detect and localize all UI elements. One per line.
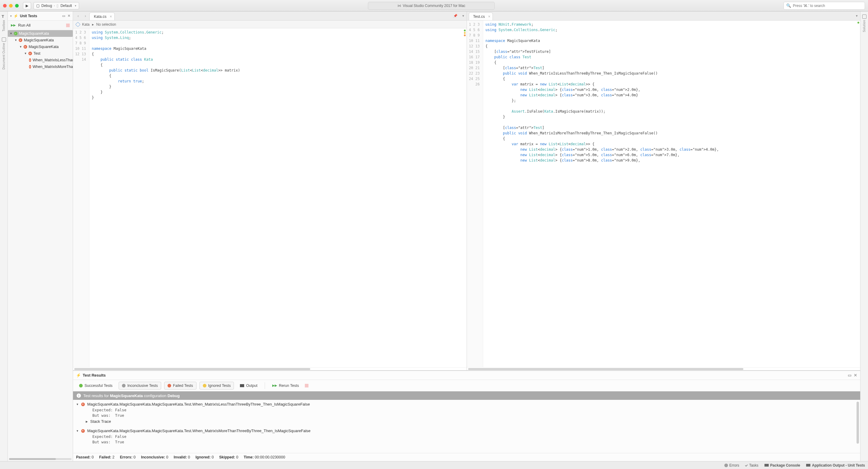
status-package-console[interactable]: Package Console <box>765 463 800 468</box>
summary-failed: Failed: 2 <box>99 455 114 459</box>
tab-test[interactable]: Test.cs × <box>469 12 493 20</box>
unit-tests-header: ▾ ⚡ Unit Tests ▭ ✕ <box>8 11 73 21</box>
code-text[interactable]: using NUnit.Framework; using System.Coll… <box>483 21 861 367</box>
tree-item-label: When_MatrixIsLessThanThreeByThree_Then_I… <box>33 58 73 62</box>
left-rail: T Toolbox Document Outline <box>0 11 8 461</box>
editor-left: ‹ › Kata.cs × 📌 ▾ Kata ▸ No selection <box>73 11 467 370</box>
filter-inconclusive[interactable]: Inconclusive Tests <box>119 382 161 389</box>
status-errors[interactable]: Errors <box>724 463 739 468</box>
disclosure-icon[interactable]: ▼ <box>24 52 27 55</box>
chevron-down-icon[interactable]: ▾ <box>10 14 12 18</box>
disclosure-icon[interactable]: ▼ <box>10 32 12 35</box>
tree-item-label: Test <box>33 51 40 56</box>
rail-doc-outline[interactable]: Document Outline <box>2 36 6 71</box>
tree-item[interactable]: ✕When_MatrixIsLessThanThreeByThree_Then_… <box>8 57 73 63</box>
test-results-banner: i Test results for MagicSquareKata confi… <box>73 391 860 400</box>
rail-toolbox-label: Toolbox <box>2 20 5 31</box>
close-panel-icon[interactable]: ✕ <box>68 14 70 18</box>
configuration-selector[interactable]: ▢ Debug › ▯ Default ▾ <box>33 2 79 9</box>
tree-item[interactable]: ▼✕Test <box>8 50 73 57</box>
editor-hscrollbar[interactable] <box>467 367 861 370</box>
disclosure-icon[interactable]: ▶ <box>86 420 88 423</box>
tree-item[interactable]: ▼✕MagicSquareKata <box>8 37 73 43</box>
dock-icon[interactable]: ▭ <box>62 14 65 18</box>
disclosure-icon[interactable]: ▼ <box>19 45 22 48</box>
tree-item[interactable]: ✕When_MatrixIsMoreThanThreeByThree_Then_… <box>8 63 73 70</box>
summary-invalid: Invalid: 0 <box>174 455 190 459</box>
type-icon <box>75 22 81 27</box>
stack-trace-toggle[interactable]: ▶Stack Trace <box>73 418 860 424</box>
tab-kata[interactable]: Kata.cs × <box>89 12 115 20</box>
chevron-down-icon[interactable]: ▾ <box>462 14 464 18</box>
output-icon <box>240 384 244 387</box>
chevron-down-icon[interactable]: ▾ <box>856 14 858 18</box>
minimize-window-button[interactable] <box>9 4 13 7</box>
status-app-output[interactable]: Application Output - Unit Tests <box>806 463 865 468</box>
filter-successful[interactable]: Successful Tests <box>76 382 116 389</box>
breadcrumb-left[interactable]: Kata ▸ No selection <box>73 21 467 28</box>
config-target: Default <box>60 4 72 8</box>
disclosure-icon[interactable]: ▼ <box>76 403 79 406</box>
stop-icon[interactable] <box>66 24 70 27</box>
editor-right: Test.cs × ▾ 1 2 3 4 5 6 7 8 9 10 11 12 1… <box>467 11 861 370</box>
filter-ignored[interactable]: Ignored Tests <box>199 382 234 389</box>
unit-tests-panel: ▾ ⚡ Unit Tests ▭ ✕ ▶▶ Run All ▼✓MagicSqu… <box>8 11 73 461</box>
test-results-header: ⚡ Test Results ▭ ✕ <box>73 371 860 380</box>
inconclusive-icon <box>122 384 126 387</box>
filter-output[interactable]: Output <box>237 382 260 389</box>
run-all-button[interactable]: Run All <box>18 23 30 28</box>
toolbox-icon: T <box>2 14 6 19</box>
close-window-button[interactable] <box>3 4 7 7</box>
unit-tests-tree[interactable]: ▼✓MagicSquareKata▼✕MagicSquareKata▼✕Magi… <box>8 30 73 457</box>
tree-hscrollbar[interactable] <box>9 458 71 460</box>
play-icon: ▶▶ <box>11 23 16 27</box>
disclosure-icon[interactable]: ▼ <box>76 430 79 433</box>
editors-split: ‹ › Kata.cs × 📌 ▾ Kata ▸ No selection <box>73 11 860 371</box>
tree-item-label: When_MatrixIsMoreThanThreeByThree_Then_I… <box>33 65 73 69</box>
breadcrumb-root: Kata <box>82 22 90 27</box>
zoom-window-button[interactable] <box>15 4 19 7</box>
run-button[interactable]: ▶ <box>23 2 31 9</box>
title-pill: ⋈ Visual Studio Community 2017 for Mac <box>368 2 495 10</box>
failure-row[interactable]: ▼✕MagicSquareKata.MagicSquareKata.MagicS… <box>73 401 860 407</box>
status-tasks[interactable]: Tasks <box>745 463 758 468</box>
marker-strip <box>858 22 859 24</box>
nav-forward-button[interactable]: › <box>82 13 89 19</box>
rail-solution[interactable]: Solution <box>862 13 867 33</box>
close-tab-icon[interactable]: × <box>110 14 112 19</box>
failure-row[interactable]: ▼✕MagicSquareKata.MagicSquareKata.MagicS… <box>73 428 860 434</box>
stop-icon[interactable] <box>305 384 308 387</box>
rail-solution-label: Solution <box>863 20 866 32</box>
tree-item[interactable]: ▼✕MagicSquareKata <box>8 43 73 50</box>
unit-tests-title: Unit Tests <box>20 14 37 18</box>
code-area-right[interactable]: 1 2 3 4 5 6 7 8 9 10 11 12 13 14 15 16 1… <box>467 21 861 367</box>
code-text[interactable]: using System.Collections.Generic; using … <box>89 28 467 367</box>
summary-passed: Passed: 0 <box>76 455 94 459</box>
close-tab-icon[interactable]: × <box>488 14 490 19</box>
code-area-left[interactable]: 1 2 3 4 5 6 7 8 9 10 11 12 13 14 using S… <box>73 28 467 367</box>
close-panel-icon[interactable]: ✕ <box>854 373 857 378</box>
nav-back-button[interactable]: ‹ <box>75 13 82 19</box>
disclosure-icon[interactable]: ▼ <box>14 39 17 42</box>
test-results-body[interactable]: ▼✕MagicSquareKata.MagicSquareKata.MagicS… <box>73 400 860 453</box>
tab-label: Test.cs <box>473 14 485 19</box>
main-area: T Toolbox Document Outline ▾ ⚡ Unit Test… <box>0 11 868 461</box>
results-vscrollbar[interactable] <box>857 402 859 451</box>
tabbar-left: ‹ › Kata.cs × 📌 ▾ <box>73 11 467 21</box>
test-results-summary: Passed: 0Failed: 2Errors: 0Inconclusive:… <box>73 453 860 461</box>
failure-name: MagicSquareKata.MagicSquareKata.MagicSqu… <box>87 429 311 433</box>
failure-message: Expected: False But was: True <box>73 434 860 445</box>
test-results-toolbar: Successful Tests Inconclusive Tests Fail… <box>73 380 860 391</box>
pin-icon[interactable]: 📌 <box>453 14 458 18</box>
global-search[interactable]: 🔍 <box>783 2 865 10</box>
play-icon: ▶▶ <box>272 384 277 387</box>
search-icon: 🔍 <box>786 3 791 8</box>
rerun-tests-button[interactable]: ▶▶Rerun Tests <box>269 382 302 389</box>
rail-toolbox[interactable]: T Toolbox <box>2 13 6 33</box>
editor-hscrollbar[interactable] <box>73 367 467 370</box>
target-icon: ▢ <box>36 4 39 8</box>
tree-item[interactable]: ▼✓MagicSquareKata <box>8 30 73 37</box>
filter-failed[interactable]: Failed Tests <box>164 382 196 389</box>
dock-icon[interactable]: ▭ <box>848 373 851 378</box>
search-input[interactable] <box>793 4 862 8</box>
